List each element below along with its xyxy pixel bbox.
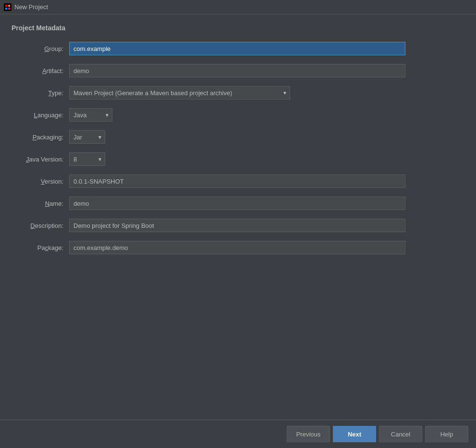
package-input[interactable] xyxy=(69,241,405,254)
language-select-wrapper: Java Kotlin Groovy ▼ xyxy=(69,108,112,122)
main-content: Project Metadata Group: Artifact: Type: … xyxy=(0,14,476,420)
language-select[interactable]: Java Kotlin Groovy xyxy=(69,108,112,122)
form-container: Group: Artifact: Type: Maven Project (Ge… xyxy=(12,40,464,261)
java-version-select-wrapper: 8 11 17 21 ▼ xyxy=(69,152,105,166)
group-label: Group: xyxy=(12,45,69,52)
version-row: Version: xyxy=(12,173,464,189)
group-input[interactable] xyxy=(69,42,405,55)
java-version-row: Java Version: 8 11 17 21 ▼ xyxy=(12,151,464,167)
description-label: Description: xyxy=(12,222,69,229)
java-version-select[interactable]: 8 11 17 21 xyxy=(69,152,105,166)
svg-rect-3 xyxy=(5,8,7,10)
svg-rect-4 xyxy=(8,8,10,10)
name-input[interactable] xyxy=(69,197,405,210)
type-select[interactable]: Maven Project (Generate a Maven based pr… xyxy=(69,86,290,100)
intellij-icon xyxy=(4,3,12,11)
group-row: Group: xyxy=(12,40,464,57)
package-label: Package: xyxy=(12,244,69,251)
version-input[interactable] xyxy=(69,174,405,188)
type-row: Type: Maven Project (Generate a Maven ba… xyxy=(12,85,464,101)
type-label: Type: xyxy=(12,89,69,97)
description-row: Description: xyxy=(12,217,464,234)
cancel-button[interactable]: Cancel xyxy=(379,426,422,442)
section-title: Project Metadata xyxy=(12,24,464,32)
title-bar: New Project xyxy=(0,0,476,14)
description-input[interactable] xyxy=(69,219,405,232)
packaging-row: Packaging: Jar War ▼ xyxy=(12,129,464,145)
artifact-label: Artifact: xyxy=(12,67,69,75)
packaging-label: Packaging: xyxy=(12,134,69,141)
svg-rect-2 xyxy=(8,5,10,7)
version-label: Version: xyxy=(12,178,69,185)
language-row: Language: Java Kotlin Groovy ▼ xyxy=(12,107,464,123)
type-select-wrapper: Maven Project (Generate a Maven based pr… xyxy=(69,86,290,100)
packaging-select[interactable]: Jar War xyxy=(69,130,105,144)
packaging-select-wrapper: Jar War ▼ xyxy=(69,130,105,144)
package-row: Package: xyxy=(12,239,464,256)
title-bar-title: New Project xyxy=(14,3,48,11)
next-button[interactable]: Next xyxy=(333,426,376,442)
name-row: Name: xyxy=(12,195,464,212)
svg-rect-1 xyxy=(5,5,7,7)
svg-rect-0 xyxy=(4,3,12,11)
previous-button[interactable]: Previous xyxy=(287,426,330,442)
java-version-label: Java Version: xyxy=(12,156,69,163)
button-bar: Previous Next Cancel Help xyxy=(0,420,476,448)
artifact-input[interactable] xyxy=(69,64,405,77)
name-label: Name: xyxy=(12,200,69,207)
help-button[interactable]: Help xyxy=(425,426,468,442)
artifact-row: Artifact: xyxy=(12,62,464,79)
language-label: Language: xyxy=(12,112,69,119)
